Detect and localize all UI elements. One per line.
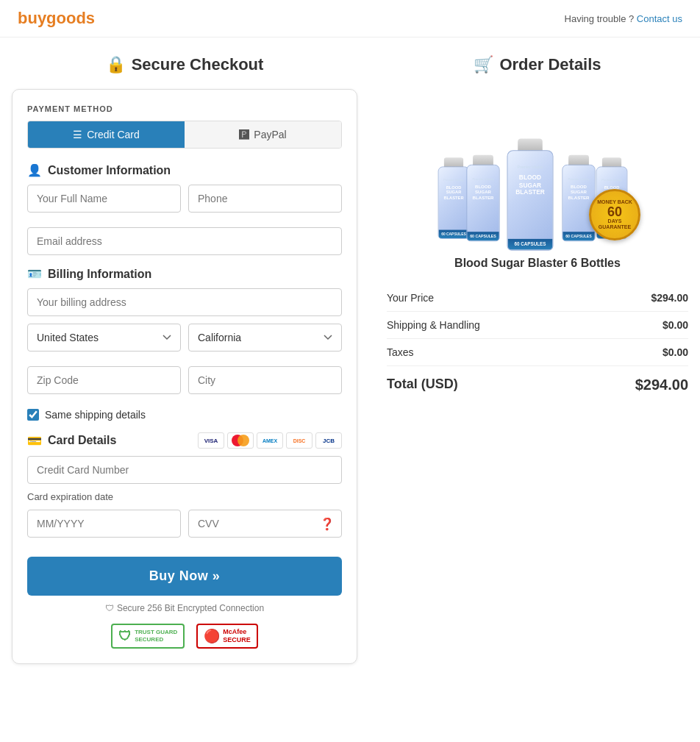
shipping-row: Shipping & Handling $0.00 [387, 312, 688, 339]
state-select[interactable]: Alabama Alaska Arizona Arkansas Californ… [188, 324, 342, 352]
mcafee-badge: 🔴 McAfee SECURE [196, 624, 258, 649]
cart-icon: 🛒 [474, 55, 493, 74]
product-name: Blood Sugar Blaster 6 Bottles [387, 257, 688, 270]
order-rows: Your Price $294.00 Shipping & Handling $… [387, 285, 688, 401]
main-layout: 🔒 Secure Checkout PAYMENT METHOD ☰ Credi… [0, 38, 700, 682]
money-back-guarantee: GUARANTEE [599, 224, 631, 230]
discover-icon: DISC [286, 432, 312, 449]
trouble-text: Having trouble ? [565, 13, 635, 24]
card-details-title: 💳 Card Details [27, 434, 116, 448]
bottle-cap-2 [473, 155, 493, 165]
trust-guard-badge: 🛡 TRUST GUARD SECURED [111, 624, 185, 649]
cvv-field: ❓ [188, 510, 342, 538]
taxes-amount: $0.00 [662, 346, 688, 358]
expiry-input[interactable] [27, 510, 181, 538]
country-select[interactable]: United States Canada United Kingdom Aust… [27, 324, 181, 352]
bottle-label-top-2: Premier Vitality [467, 176, 499, 180]
money-back-days: 60 [607, 205, 622, 218]
mastercard-icon [227, 432, 254, 449]
bottle-cap [444, 157, 463, 167]
svg-point-1 [238, 435, 249, 446]
billing-info-title: 🪪 Billing Information [27, 267, 342, 281]
shipping-label: Shipping & Handling [387, 319, 480, 331]
name-phone-row [27, 185, 342, 220]
money-back-days-label: DAYS [608, 218, 622, 224]
address-input[interactable] [27, 288, 342, 316]
cvv-input[interactable] [188, 510, 342, 538]
product-image-area: Premier Vitality BLOODSUGARBLASTER 60 CA… [387, 86, 688, 248]
customer-info-title: 👤 Customer Information [27, 163, 342, 177]
bottle-label-bottom-main: 60 CAPSULES [508, 239, 553, 250]
same-shipping-label[interactable]: Same shipping details [45, 409, 146, 421]
payment-tabs: ☰ Credit Card 🅿 PayPal [27, 121, 342, 149]
amex-icon: AMEX [257, 432, 283, 449]
credit-card-icon: ☰ [73, 129, 82, 140]
left-panel: 🔒 Secure Checkout PAYMENT METHOD ☰ Credi… [12, 55, 357, 664]
bottle-label-main-r1: BLOODSUGARBLASTER [562, 185, 595, 201]
secure-text: 🛡 Secure 256 Bit Encrypted Connection [27, 603, 342, 613]
mcafee-icon: 🔴 [204, 628, 220, 644]
credit-card-tab[interactable]: ☰ Credit Card [28, 121, 185, 148]
bottle-back-1: Premier Vitality BLOODSUGARBLASTER 60 CA… [438, 157, 470, 239]
bottle-back-2: Premier Vitality BLOODSUGARBLASTER 60 CA… [466, 155, 499, 241]
trust-guard-label: TRUST GUARD [135, 629, 177, 636]
jcb-icon: JCB [315, 432, 342, 449]
cvv-help-icon[interactable]: ❓ [320, 517, 335, 531]
city-field [188, 366, 342, 394]
paypal-tab[interactable]: 🅿 PayPal [185, 121, 341, 148]
mcafee-secure: SECURE [223, 636, 251, 644]
mcafee-label: McAfee [223, 628, 251, 636]
shipping-amount: $0.00 [662, 319, 688, 331]
total-row: Total (USD) $294.00 [387, 369, 688, 401]
phone-input[interactable] [188, 185, 342, 213]
city-input[interactable] [188, 366, 342, 394]
zip-input[interactable] [27, 366, 181, 394]
trust-badges: 🛡 TRUST GUARD SECURED 🔴 McAfee SECURE [27, 624, 342, 649]
paypal-icon: 🅿 [239, 129, 249, 140]
country-state-row: United States Canada United Kingdom Aust… [27, 324, 342, 359]
bottle-label-top: Premier Vitality [439, 178, 469, 182]
cvv-wrapper: ❓ [188, 510, 342, 538]
trust-guard-secured: SECURED [135, 636, 177, 643]
card-number-input[interactable] [27, 456, 342, 484]
price-label: Your Price [387, 292, 434, 304]
zip-field [27, 366, 181, 394]
expiry-cvv-row: ❓ [27, 510, 342, 545]
email-input[interactable] [27, 227, 342, 255]
state-field: Alabama Alaska Arizona Arkansas Californ… [188, 324, 342, 352]
header-right: Having trouble ? Contact us [565, 13, 682, 24]
logo-text: buygoods [18, 9, 95, 27]
bottle-cap-main [518, 138, 543, 151]
visa-icon: VISA [198, 432, 224, 449]
buy-now-button[interactable]: Buy Now » [27, 557, 342, 596]
bottle-right-1: Premier Vitality BLOODSUGARBLASTER 60 CA… [562, 155, 595, 241]
bottle-shape-main: Premier Vitality BLOOD SUGARBLASTER 60 C… [507, 150, 554, 251]
bottle-label-bottom-r1: 60 CAPSULES [562, 232, 595, 240]
card-details-header: 💳 Card Details VISA AMEX DISC JCB [27, 432, 342, 449]
contact-us-link[interactable]: Contact us [637, 13, 682, 24]
full-name-input[interactable] [27, 185, 181, 213]
total-amount: $294.00 [635, 377, 688, 393]
bottle-shape-r1: Premier Vitality BLOODSUGARBLASTER 60 CA… [562, 165, 595, 241]
price-row: Your Price $294.00 [387, 285, 688, 312]
email-field [27, 227, 342, 255]
logo: buygoods [18, 9, 95, 28]
payment-method-label: PAYMENT METHOD [27, 104, 342, 113]
same-shipping-checkbox[interactable] [27, 409, 39, 421]
bottle-label-main-main: BLOOD SUGARBLASTER [508, 174, 553, 196]
bottle-cap-r2 [602, 157, 621, 167]
bottle-label-bottom: 60 CAPSULES [439, 230, 469, 238]
bottle-label-main: BLOODSUGARBLASTER [439, 185, 469, 201]
paypal-tab-label: PayPal [254, 129, 286, 140]
bottle-label-top-main: Premier Vitality [508, 165, 553, 169]
taxes-label: Taxes [387, 346, 414, 358]
bottle-label-main-2: BLOODSUGARBLASTER [467, 185, 499, 201]
bottle-label-top-r1: Premier Vitality [562, 176, 595, 180]
taxes-row: Taxes $0.00 [387, 339, 688, 366]
shield-icon: 🛡 [105, 603, 114, 613]
person-icon: 👤 [27, 163, 42, 177]
checkout-title: 🔒 Secure Checkout [12, 55, 357, 74]
full-name-field [27, 185, 181, 213]
id-icon: 🪪 [27, 267, 42, 281]
trust-guard-icon: 🛡 [118, 629, 132, 644]
